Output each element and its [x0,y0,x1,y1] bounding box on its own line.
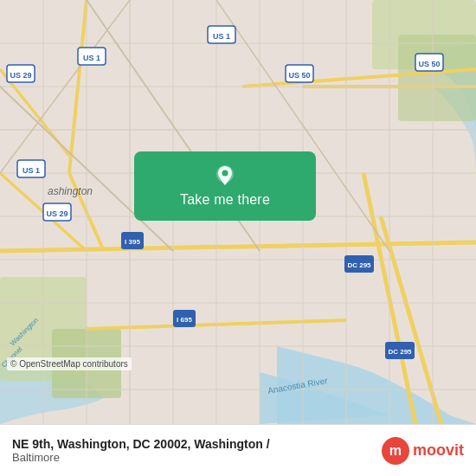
take-me-there-button[interactable]: Take me there [134,151,316,221]
svg-text:DC 295: DC 295 [347,261,371,269]
svg-text:ashington: ashington [48,185,93,197]
moovit-text: moovit [413,441,464,460]
address-line: NE 9th, Washington, DC 20002, Washington… [12,437,270,451]
svg-text:I 695: I 695 [177,316,192,324]
svg-point-65 [222,170,228,177]
take-me-there-label: Take me there [180,192,270,208]
svg-text:I 395: I 395 [125,238,140,246]
svg-text:US 1: US 1 [83,54,100,62]
city-line: Baltimore [12,451,270,464]
footer-address-block: NE 9th, Washington, DC 20002, Washington… [12,437,270,464]
svg-rect-4 [398,35,476,121]
svg-text:US 29: US 29 [46,209,68,218]
svg-text:DC 295: DC 295 [388,348,412,356]
svg-text:US 29: US 29 [10,71,31,80]
svg-text:US 50: US 50 [288,71,310,80]
svg-text:US 1: US 1 [213,32,230,41]
map-container: US 29 US 1 US 1 US 50 US 50 US 1 I 395 I… [0,0,476,424]
footer: NE 9th, Washington, DC 20002, Washington… [0,424,476,476]
osm-attribution: © OpenStreetMap contributors [7,357,132,370]
svg-text:US 50: US 50 [418,60,440,68]
moovit-logo: m moovit [382,437,464,465]
svg-text:US 1: US 1 [23,166,40,175]
moovit-circle-icon: m [382,437,409,465]
location-pin-icon [213,164,237,189]
